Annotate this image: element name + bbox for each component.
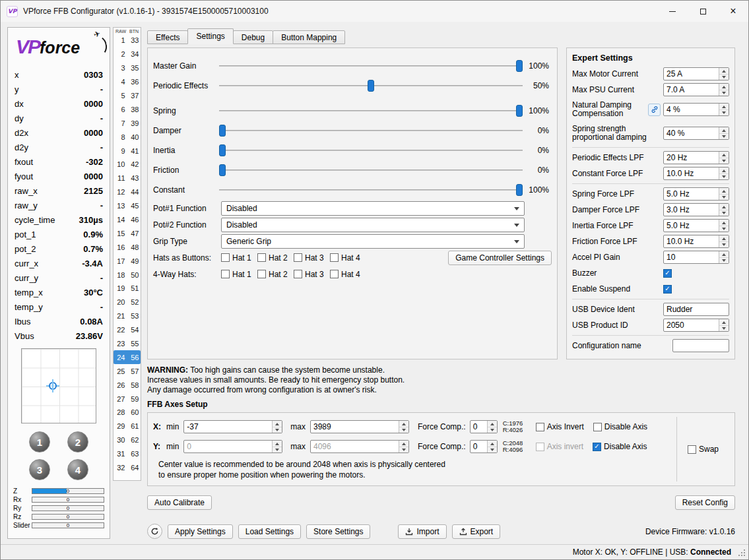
spin-down-icon[interactable] [488,427,497,433]
spin-down-icon[interactable] [719,90,729,96]
apply-settings-button[interactable]: Apply Settings [168,524,233,539]
spin-down-icon[interactable] [719,210,729,216]
spin-up-icon[interactable] [719,235,729,242]
spin-down-icon[interactable] [719,134,729,140]
tab-settings[interactable]: Settings [187,28,233,44]
spin-down-icon[interactable] [719,326,729,332]
checkbox-box[interactable] [536,443,544,451]
periodic-effects-slider[interactable] [219,79,523,92]
slider-handle[interactable] [219,125,226,137]
checkbox-box[interactable] [294,253,302,262]
import-button[interactable]: Import [398,524,446,539]
spin-up-icon[interactable] [719,220,729,226]
x-force-comp-spinner[interactable]: 0 [470,420,498,433]
damper-slider[interactable] [219,124,523,137]
spinner-arrows[interactable] [487,441,497,452]
hats-as-buttons-hat-2-checkbox[interactable]: Hat 2 [257,253,294,263]
checkbox-box[interactable] [221,270,230,278]
y-max-spinner[interactable]: 4096 [310,440,409,453]
reset-config-button[interactable]: Reset Config [675,495,735,510]
y-min-spinner[interactable]: 0 [183,440,282,453]
spin-down-icon[interactable] [719,195,729,201]
spinner-arrows[interactable] [719,68,729,80]
max-motor-current-spinner[interactable]: 25 A [663,67,729,80]
spin-up-icon[interactable] [719,204,729,210]
x-axis-invert-checkbox[interactable]: Axis Invert [536,422,584,431]
swap-checkbox[interactable]: Swap [688,445,719,454]
checkbox-box[interactable] [257,253,266,262]
spin-down-icon[interactable] [399,427,408,433]
tab-effects[interactable]: Effects [147,30,188,44]
constant-slider[interactable] [219,183,523,197]
spin-up-icon[interactable] [719,152,729,158]
tab-debug[interactable]: Debug [233,30,273,44]
spin-down-icon[interactable] [719,110,729,116]
spinner-arrows[interactable] [272,441,282,452]
grip-type-dropdown[interactable]: Generic Grip [221,234,525,249]
spin-up-icon[interactable] [488,441,497,447]
master-gain-slider[interactable] [219,59,523,73]
spinner-arrows[interactable] [399,441,408,452]
slider-handle[interactable] [219,164,226,176]
game-controller-settings-button[interactable]: Game Controller Settings [448,251,552,265]
load-settings-button[interactable]: Load Settings [238,524,301,539]
spinner-arrows[interactable] [719,84,729,96]
spinner-arrows[interactable] [719,235,729,247]
checkbox-box[interactable] [330,253,339,262]
resize-grip[interactable] [744,555,745,556]
checkbox-box[interactable] [221,253,230,262]
spin-up-icon[interactable] [399,421,408,427]
spin-up-icon[interactable] [488,421,497,427]
hats-as-buttons-hat-1-checkbox[interactable]: Hat 1 [221,253,257,263]
4-way-hats-hat-1-checkbox[interactable]: Hat 1 [221,270,257,279]
checkbox-box[interactable] [536,423,544,431]
refresh-button[interactable] [147,524,162,539]
spinner-arrows[interactable] [719,104,729,115]
spin-up-icon[interactable] [273,421,282,427]
spin-down-icon[interactable] [273,447,282,453]
usb-product-id-spinner[interactable]: 2050 [663,319,729,332]
usb-device-ident-field[interactable]: Rudder [663,303,729,316]
x-max-spinner[interactable]: 3989 [310,420,409,433]
y-disable-axis-checkbox[interactable]: Disable Axis [593,442,647,451]
spin-up-icon[interactable] [719,188,729,195]
configuration-name-field[interactable] [672,339,729,352]
slider-handle[interactable] [368,80,374,92]
spinner-arrows[interactable] [399,421,408,433]
tab-button-mapping[interactable]: Button Mapping [273,30,345,44]
spin-up-icon[interactable] [719,127,729,134]
checkbox-box[interactable] [593,443,601,451]
max-psu-current-spinner[interactable]: 7.0 A [663,83,729,96]
spin-up-icon[interactable] [719,68,729,75]
spring-slider[interactable] [219,104,523,117]
hats-as-buttons-hat-4-checkbox[interactable]: Hat 4 [330,253,366,263]
minimize-button[interactable] [657,1,688,22]
maximize-button[interactable] [688,1,718,22]
spinner-arrows[interactable] [719,168,729,179]
enable-suspend-checkbox[interactable] [663,285,672,294]
link-icon[interactable] [648,104,661,116]
buzzer-checkbox[interactable] [663,269,672,278]
checkbox-box[interactable] [593,423,602,431]
slider-handle[interactable] [516,60,523,72]
spin-down-icon[interactable] [488,447,497,453]
spin-up-icon[interactable] [273,441,282,447]
checkbox-box[interactable] [257,270,266,278]
spin-up-icon[interactable] [719,251,729,258]
spin-down-icon[interactable] [399,447,408,453]
spring-strength-proportional-damping-spinner[interactable]: 40 % [663,127,729,140]
spin-up-icon[interactable] [719,168,729,174]
spinner-arrows[interactable] [272,421,282,433]
spin-down-icon[interactable] [719,174,729,180]
spin-up-icon[interactable] [719,319,729,326]
checkbox-box[interactable] [294,270,302,278]
spin-down-icon[interactable] [719,226,729,232]
friction-force-lpf-spinner[interactable]: 10.0 Hz [663,235,729,248]
slider-handle[interactable] [516,184,523,196]
spinner-arrows[interactable] [719,251,729,263]
hats-as-buttons-hat-3-checkbox[interactable]: Hat 3 [294,253,330,263]
checkbox-box[interactable] [688,445,696,454]
spin-up-icon[interactable] [719,84,729,90]
spinner-arrows[interactable] [719,152,729,164]
slider-handle[interactable] [516,105,523,117]
